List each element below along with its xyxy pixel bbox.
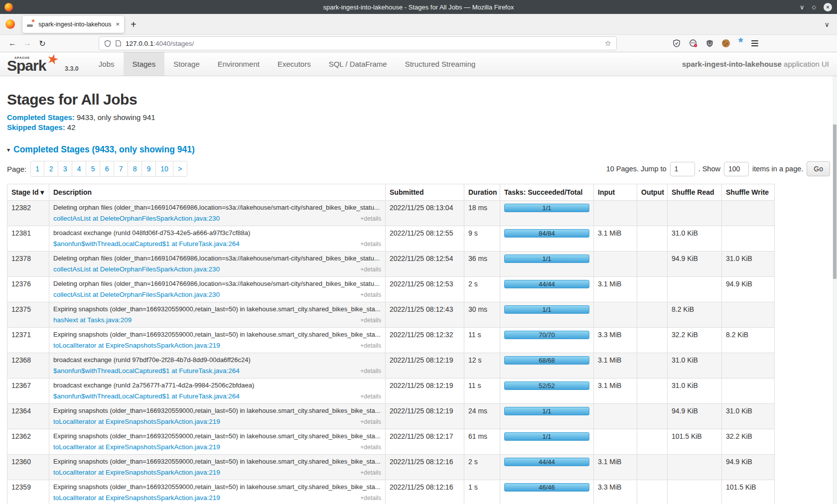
stage-callsite-link[interactable]: collectAsList at DeleteOrphanFilesSparkA… xyxy=(53,291,220,299)
page-button-10[interactable]: 10 xyxy=(156,161,173,177)
details-toggle[interactable]: +details xyxy=(360,367,381,375)
spark-logo[interactable]: APACHE Spark ★ xyxy=(7,52,63,76)
window-titlebar: spark-ingest-into-lakehouse - Stages for… xyxy=(0,0,837,14)
column-header[interactable]: Tasks: Succeeded/Total xyxy=(500,184,594,201)
shuffle-write-cell: 31.0 KiB xyxy=(722,404,775,429)
skipped-stages-summary: Skipped Stages: 42 xyxy=(7,123,830,132)
maximize-icon[interactable]: ◇ xyxy=(812,4,816,10)
details-toggle[interactable]: +details xyxy=(360,418,381,426)
shield-permissions-icon[interactable] xyxy=(104,40,111,47)
stage-callsite-link[interactable]: collectAsList at DeleteOrphanFilesSparkA… xyxy=(53,265,220,273)
page-button->[interactable]: > xyxy=(173,161,187,177)
details-toggle[interactable]: +details xyxy=(360,215,381,223)
reload-button[interactable]: ↻ xyxy=(35,39,50,48)
page-info-icon[interactable] xyxy=(116,40,121,47)
mask-icon[interactable] xyxy=(689,39,698,47)
page-button-group: 12345678910> xyxy=(30,161,187,177)
page-button-9[interactable]: 9 xyxy=(142,161,156,177)
column-header[interactable]: Duration xyxy=(464,184,500,201)
output-cell xyxy=(637,353,668,378)
column-header[interactable]: Description xyxy=(49,184,386,201)
stage-callsite-link[interactable]: $anonfun$withThreadLocalCaptured$1 at Fu… xyxy=(53,240,240,248)
tasks-cell: 44/44 xyxy=(500,277,594,302)
tasks-progress-bar: 1/1 xyxy=(504,254,589,263)
stage-description: broadcast exchange (runId 048fd06f-d753-… xyxy=(53,229,381,237)
details-toggle[interactable]: +details xyxy=(360,291,381,299)
stage-callsite-link[interactable]: toLocalIterator at ExpireSnapshotsSparkA… xyxy=(53,342,220,350)
page-button-5[interactable]: 5 xyxy=(86,161,100,177)
go-button[interactable]: Go xyxy=(807,161,830,176)
page-button-2[interactable]: 2 xyxy=(44,161,58,177)
skipped-stages-link[interactable]: Skipped Stages: xyxy=(7,123,65,131)
firefox-view-icon[interactable] xyxy=(5,19,15,29)
stage-callsite-link[interactable]: hasNext at Tasks.java:209 xyxy=(53,316,132,324)
tasks-cell: 46/46 xyxy=(500,480,594,504)
url-bar[interactable]: 127.0.0.1:4040/stages/ ☆ xyxy=(99,36,617,50)
details-toggle[interactable]: +details xyxy=(360,469,381,477)
list-all-tabs-icon[interactable]: ∨ xyxy=(825,20,830,28)
nav-item-jobs[interactable]: Jobs xyxy=(90,52,124,76)
nav-item-structured-streaming[interactable]: Structured Streaming xyxy=(396,52,485,76)
browser-tab[interactable]: spark-ingest-into-lakehous × xyxy=(22,16,124,33)
back-button[interactable]: ← xyxy=(5,39,20,48)
page-button-6[interactable]: 6 xyxy=(100,161,114,177)
application-name: spark-ingest-into-lakehouse xyxy=(682,60,782,68)
url-path: :4040/stages/ xyxy=(153,40,194,47)
items-per-page-input[interactable] xyxy=(724,162,749,176)
input-cell: 3.3 MiB xyxy=(594,480,637,504)
shuffle-read-cell: 31.0 KiB xyxy=(668,353,722,378)
description-cell: Deleting orphan files (older_than=166910… xyxy=(49,277,386,302)
completed-stages-link[interactable]: Completed Stages: xyxy=(7,113,75,122)
jump-to-page-input[interactable] xyxy=(670,162,695,176)
details-toggle[interactable]: +details xyxy=(360,265,381,273)
column-header[interactable]: Input xyxy=(594,184,637,201)
menu-icon[interactable] xyxy=(751,40,758,46)
page-button-7[interactable]: 7 xyxy=(114,161,128,177)
details-toggle[interactable]: +details xyxy=(360,494,381,502)
nav-item-executors[interactable]: Executors xyxy=(269,52,320,76)
page-jump-form: 10 Pages. Jump to . Show items in a page… xyxy=(606,161,830,176)
completed-stages-section-toggle[interactable]: ▾ Completed Stages (9433, only showing 9… xyxy=(7,144,830,155)
stage-callsite-link[interactable]: toLocalIterator at ExpireSnapshotsSparkA… xyxy=(53,469,220,477)
new-tab-button[interactable]: + xyxy=(131,19,137,29)
ublock-shield-icon[interactable] xyxy=(706,39,713,47)
cookie-icon[interactable] xyxy=(722,39,730,47)
tasks-progress-bar: 1/1 xyxy=(504,407,589,415)
forward-button[interactable]: → xyxy=(20,39,35,48)
stage-callsite-link[interactable]: $anonfun$withThreadLocalCaptured$1 at Fu… xyxy=(53,367,240,375)
details-toggle[interactable]: +details xyxy=(360,316,381,324)
column-header[interactable]: Stage Id ▾ xyxy=(7,184,49,201)
nav-item-storage[interactable]: Storage xyxy=(164,52,209,76)
color-asterisk-icon[interactable]: * xyxy=(738,40,743,47)
stage-callsite-link[interactable]: toLocalIterator at ExpireSnapshotsSparkA… xyxy=(53,443,220,451)
scrollbar-thumb[interactable] xyxy=(833,125,837,279)
details-toggle[interactable]: +details xyxy=(360,342,381,350)
stage-callsite-link[interactable]: collectAsList at DeleteOrphanFilesSparkA… xyxy=(53,215,220,223)
page-button-3[interactable]: 3 xyxy=(58,161,72,177)
minimize-icon[interactable]: ∨ xyxy=(800,4,805,10)
stage-callsite-link[interactable]: toLocalIterator at ExpireSnapshotsSparkA… xyxy=(53,494,220,502)
nav-item-environment[interactable]: Environment xyxy=(209,52,269,76)
shield-check-icon[interactable] xyxy=(673,39,681,47)
column-header[interactable]: Submitted xyxy=(386,184,464,201)
shuffle-read-cell: 31.0 KiB xyxy=(668,378,722,404)
tab-close-icon[interactable]: × xyxy=(116,21,120,27)
bookmark-star-icon[interactable]: ☆ xyxy=(605,39,611,48)
stage-callsite-link[interactable]: $anonfun$withThreadLocalCaptured$1 at Fu… xyxy=(53,392,240,400)
details-toggle[interactable]: +details xyxy=(360,240,381,248)
stage-callsite-link[interactable]: toLocalIterator at ExpireSnapshotsSparkA… xyxy=(53,418,220,426)
page-button-4[interactable]: 4 xyxy=(72,161,86,177)
page-button-1[interactable]: 1 xyxy=(30,161,44,177)
column-header[interactable]: Shuffle Write xyxy=(722,184,775,201)
duration-cell: 2 s xyxy=(464,277,500,302)
close-window-icon[interactable]: × xyxy=(824,3,832,11)
details-toggle[interactable]: +details xyxy=(360,443,381,451)
nav-item-sql-dataframe[interactable]: SQL / DataFrame xyxy=(320,52,396,76)
tab-title: spark-ingest-into-lakehous xyxy=(38,21,112,28)
column-header[interactable]: Shuffle Read xyxy=(668,184,722,201)
nav-item-stages[interactable]: Stages xyxy=(124,52,165,76)
pages-info: 10 Pages. Jump to xyxy=(606,165,667,173)
page-button-8[interactable]: 8 xyxy=(128,161,142,177)
column-header[interactable]: Output xyxy=(637,184,668,201)
details-toggle[interactable]: +details xyxy=(360,392,381,400)
